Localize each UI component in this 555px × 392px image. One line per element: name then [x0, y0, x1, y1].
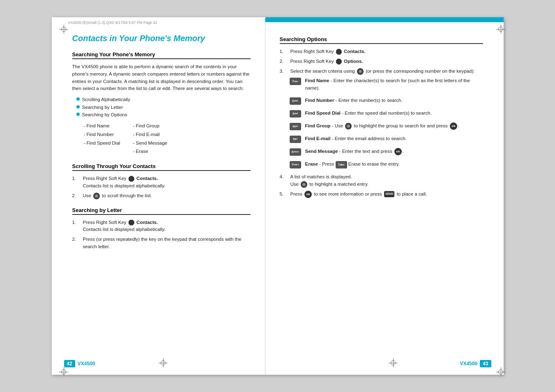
key-badge-3: 3def: [290, 110, 301, 118]
option-find-group: 4ghi Find Group - Use to highlight the g…: [290, 122, 483, 130]
sub-options-row: - Find Name - Find Number - Find Speed D…: [84, 122, 251, 156]
list-item: 2. Use to scroll through the list.: [72, 192, 251, 200]
section-header-options: Searching Options: [280, 36, 483, 44]
list-item: Scrolling Alphabetically: [76, 96, 251, 103]
bullet-dot: [76, 97, 80, 101]
option-find-speed-dial: 3def Find Speed Dial - Enter the speed d…: [290, 110, 483, 118]
page-num-label-left: VX4500: [78, 361, 95, 367]
list-item: 2. Press Right Soft Key Options.: [280, 58, 483, 65]
sub-options: - Find Name - Find Number - Find Speed D…: [84, 122, 251, 156]
option-find-email: 5jkl Find E-mail - Enter the email addre…: [290, 135, 483, 143]
list-item: 4. A list of matches is displayed. Use t…: [280, 173, 483, 188]
contacts-icon: [129, 176, 134, 182]
option-find-number: 2abc Find Number - Enter the number(s) t…: [290, 97, 483, 105]
list-item: 1. Press Right Soft Key Contacts. Contac…: [72, 219, 251, 234]
letter-steps: 1. Press Right Soft Key Contacts. Contac…: [72, 219, 251, 251]
contacts-icon: [336, 59, 342, 65]
scrolling-steps: 1. Press Right Soft Key Contacts. Contac…: [72, 175, 251, 199]
section-header-letter: Searching by Letter: [72, 207, 251, 215]
right-page: Searching Options 1. Press Right Soft Ke…: [265, 17, 504, 375]
erase-key: 7abc: [336, 161, 347, 168]
section-header-scrolling: Scrolling Through Your Contacts: [72, 163, 251, 171]
contacts-icon: [336, 49, 342, 55]
options-steps: 1. Press Right Soft Key Contacts. 2. Pre…: [280, 48, 483, 75]
bullet-dot: [76, 105, 80, 108]
search-options-list: 7abc Find Name - Enter the character(s) …: [290, 77, 483, 168]
bullet-list: Scrolling Alphabetically Searching by Le…: [76, 96, 251, 118]
ok-icon: ok: [304, 191, 312, 198]
key-badge-6: 6mno: [290, 148, 301, 156]
nav-icon: [345, 123, 352, 129]
nav-icon: [301, 181, 307, 188]
page-title: Contacts in Your Phone's Memory: [72, 34, 251, 43]
page-num-label-right: VX4500: [460, 361, 477, 367]
option-send-message: 6mno Send Message - Enter the text and p…: [290, 148, 483, 156]
top-bar: [265, 20, 504, 22]
key-badge-5: 5jkl: [290, 136, 301, 143]
list-item: 3. Select the search criteria using (or …: [280, 68, 483, 75]
contacts-icon: [129, 220, 134, 226]
section1-body: The VX4500 phone is able to perform a dy…: [72, 63, 251, 92]
bullet-dot: [76, 113, 80, 116]
key-badge-2: 2abc: [290, 97, 301, 105]
list-item: 1. Press Right Soft Key Contacts. Contac…: [72, 175, 251, 190]
option-erase: 7pqrs Erase - Press 7abc Erase to erase …: [290, 161, 483, 168]
ok-icon: ok: [394, 148, 402, 155]
send-icon: SEND: [384, 191, 394, 197]
page-container: VX4500-(E)Small (1.3).QXD 8/17/04 5:07 P…: [52, 17, 504, 375]
list-item: 2. Press (or press repeatedly) the key o…: [72, 236, 251, 251]
key-badge-7b: 7pqrs: [290, 161, 301, 168]
section-header-searching-memory: Searching Your Phone's Memory: [72, 51, 251, 59]
left-page: Contacts in Your Phone's Memory Searchin…: [52, 17, 265, 375]
key-badge-7: 7abc: [290, 78, 301, 85]
sub-col1: - Find Name - Find Number - Find Speed D…: [84, 122, 133, 156]
ok-icon: ok: [450, 122, 457, 130]
option-find-name: 7abc Find Name - Enter the character(s) …: [290, 77, 483, 92]
page-number-right: VX4500 43: [460, 360, 491, 367]
page-number-left: 42 VX4500: [64, 360, 95, 367]
list-item: Searching by Letter: [76, 104, 251, 111]
key-badge-4: 4ghi: [290, 123, 301, 130]
sub-col2: - Find Group - Find E-mail - Send Messag…: [133, 122, 168, 156]
list-item: 5. Press ok to see more information or p…: [280, 191, 483, 198]
page-num-box-right: 43: [480, 360, 491, 367]
list-item: 1. Press Right Soft Key Contacts.: [280, 48, 483, 55]
nav-icon: [357, 68, 364, 75]
list-item: Searching by Options: [76, 111, 251, 118]
page-num-box: 42: [64, 360, 75, 367]
options-step4: 4. A list of matches is displayed. Use t…: [280, 173, 483, 198]
nav-icon: [93, 193, 100, 199]
